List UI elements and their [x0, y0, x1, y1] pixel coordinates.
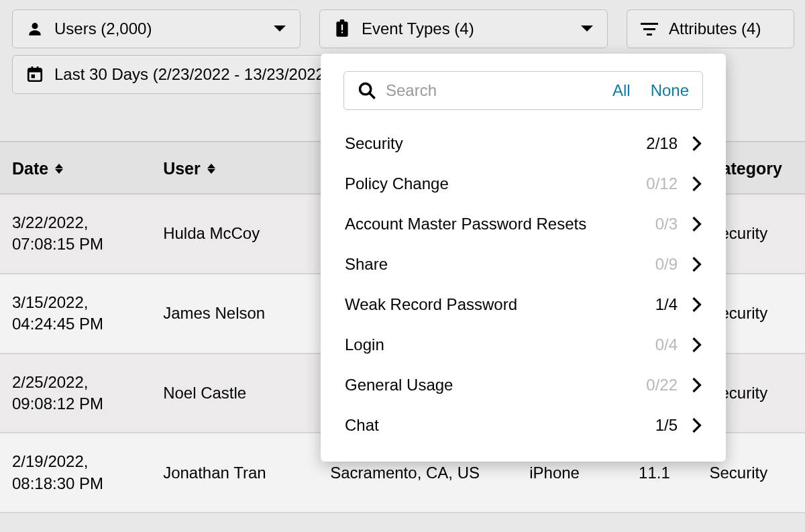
chevron-right-icon	[692, 136, 702, 151]
event-type-option[interactable]: Login0/4	[321, 325, 726, 365]
users-filter-label: Users (2,000)	[54, 19, 262, 38]
event-type-name: General Usage	[345, 376, 631, 394]
event-type-count: 0/3	[631, 215, 678, 233]
event-type-name: Login	[345, 335, 631, 354]
svg-rect-7	[647, 34, 652, 36]
event-types-dropdown: All None Security2/18Policy Change0/12Ac…	[321, 54, 726, 462]
event-type-count: 0/12	[631, 174, 678, 193]
svg-rect-11	[37, 66, 39, 70]
chevron-down-icon	[580, 25, 594, 33]
date-range-label: Last 30 Days (2/23/2022 - 13/23/2022)	[54, 65, 330, 84]
cell-date: 3/22/2022,07:08:15 PM	[12, 212, 163, 256]
clipboard-alert-icon	[333, 19, 351, 38]
chevron-right-icon	[692, 297, 702, 312]
event-type-option[interactable]: Account Master Password Resets0/3	[321, 204, 726, 244]
cell-device: iPhone	[529, 464, 639, 482]
sort-icon	[55, 164, 63, 174]
svg-point-13	[360, 84, 371, 95]
svg-rect-6	[643, 28, 655, 30]
col-header-date[interactable]: Date	[12, 159, 163, 178]
search-icon	[358, 81, 376, 100]
cell-category: Security	[709, 464, 793, 482]
chevron-right-icon	[692, 337, 702, 352]
svg-rect-2	[340, 19, 344, 23]
svg-rect-3	[341, 25, 343, 31]
cell-date: 3/15/2022,04:24:45 PM	[12, 292, 163, 335]
svg-rect-9	[28, 68, 42, 72]
svg-point-0	[32, 23, 38, 29]
date-range-filter[interactable]: Last 30 Days (2/23/2022 - 13/23/2022)	[12, 55, 344, 94]
event-type-name: Share	[345, 255, 631, 274]
event-type-option[interactable]: Policy Change0/12	[321, 164, 726, 204]
svg-rect-5	[641, 23, 658, 25]
svg-rect-12	[32, 74, 35, 78]
event-type-count: 1/4	[631, 295, 678, 314]
col-header-user-label: User	[163, 159, 201, 178]
svg-rect-10	[32, 66, 34, 70]
event-type-name: Security	[345, 134, 631, 153]
select-all-link[interactable]: All	[612, 81, 631, 100]
chevron-right-icon	[692, 418, 702, 433]
event-type-count: 1/5	[631, 416, 678, 435]
event-type-option[interactable]: Security2/18	[321, 123, 726, 164]
cell-user: Hulda McCoy	[163, 224, 330, 243]
sort-icon	[207, 164, 215, 174]
event-type-count: 2/18	[631, 134, 678, 153]
select-none-link[interactable]: None	[651, 81, 689, 100]
svg-rect-4	[341, 32, 343, 33]
event-type-name: Weak Record Password	[345, 295, 631, 314]
event-type-option[interactable]: Weak Record Password1/4	[321, 284, 726, 325]
person-icon	[26, 20, 44, 38]
event-type-name: Chat	[345, 416, 631, 435]
event-type-name: Account Master Password Resets	[345, 215, 631, 233]
cell-user: Noel Castle	[163, 384, 330, 403]
event-type-search[interactable]: All None	[343, 71, 703, 110]
event-type-option[interactable]: General Usage0/22	[321, 365, 726, 405]
event-type-count: 0/22	[631, 376, 678, 394]
chevron-right-icon	[692, 217, 702, 231]
cell-user: James Nelson	[163, 304, 330, 323]
cell-version: 11.1	[639, 464, 709, 482]
cell-date: 2/19/2022,08:18:30 PM	[12, 451, 163, 494]
event-type-option[interactable]: Share0/9	[321, 244, 726, 284]
event-type-count: 0/9	[631, 255, 678, 274]
chevron-down-icon	[273, 25, 286, 33]
users-filter[interactable]: Users (2,000)	[12, 9, 301, 48]
event-type-count: 0/4	[631, 335, 678, 354]
attributes-filter[interactable]: Attributes (4)	[627, 9, 794, 48]
cell-date: 2/25/2022,09:08:12 PM	[12, 372, 163, 415]
chevron-right-icon	[692, 257, 702, 272]
filter-icon	[641, 21, 658, 36]
cell-user: Jonathan Tran	[163, 464, 330, 482]
col-header-date-label: Date	[12, 159, 48, 178]
calendar-icon	[26, 66, 44, 83]
event-types-filter[interactable]: Event Types (4)	[319, 9, 608, 48]
chevron-right-icon	[692, 176, 702, 191]
event-types-filter-label: Event Types (4)	[362, 19, 570, 38]
col-header-user[interactable]: User	[163, 159, 330, 178]
event-type-search-input[interactable]	[386, 81, 592, 100]
event-type-name: Policy Change	[345, 174, 631, 193]
cell-location: Sacramento, CA, US	[330, 464, 529, 482]
event-type-option[interactable]: Chat1/5	[321, 405, 726, 445]
chevron-right-icon	[692, 378, 702, 392]
attributes-filter-label: Attributes (4)	[669, 19, 780, 38]
svg-line-14	[370, 93, 375, 99]
